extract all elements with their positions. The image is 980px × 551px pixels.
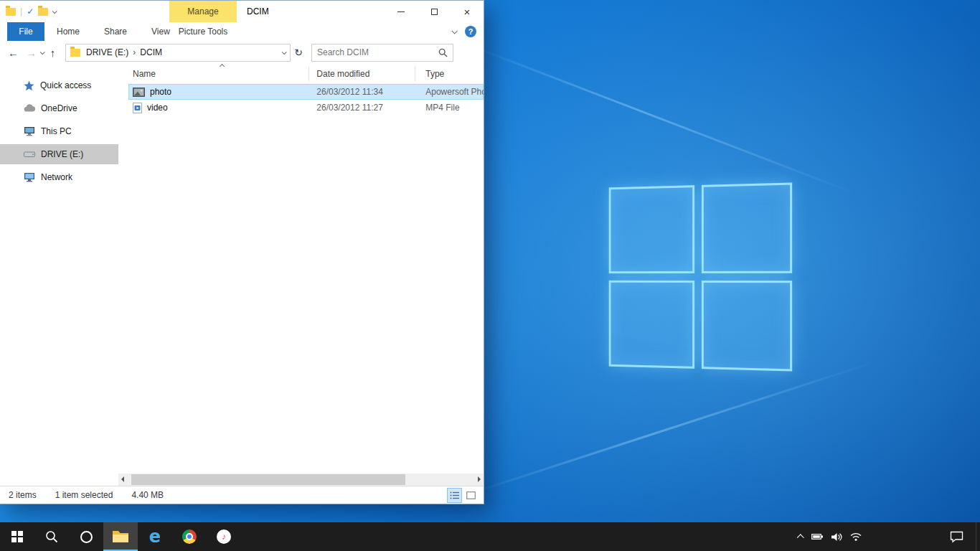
column-header-name[interactable]: Name	[128, 67, 309, 81]
scroll-right-arrow-icon[interactable]	[478, 476, 481, 482]
details-view-icon	[450, 491, 459, 499]
file-name: photo	[150, 87, 171, 97]
sidebar-item-onedrive[interactable]: OneDrive	[0, 98, 118, 118]
new-folder-icon[interactable]	[38, 8, 48, 16]
ribbon-tab-bar: File Home Share View Picture Tools ?	[0, 22, 484, 41]
close-button[interactable]: ×	[451, 1, 484, 22]
sidebar-item-this-pc[interactable]: This PC	[0, 121, 118, 141]
expand-ribbon-chevron-icon[interactable]	[451, 28, 457, 34]
chevron-up-icon	[797, 534, 804, 541]
taskbar-edge-button[interactable]: e	[138, 522, 172, 551]
horizontal-scrollbar[interactable]	[118, 474, 484, 486]
file-row-video[interactable]: video 26/03/2012 11:27 MP4 File	[128, 100, 484, 116]
taskbar-file-explorer-button[interactable]	[103, 522, 138, 551]
scroll-left-arrow-icon[interactable]	[121, 476, 124, 482]
item-count: 2 items	[9, 490, 37, 500]
file-list-pane: Name Date modified Type p	[118, 64, 484, 486]
column-headers: Name Date modified Type	[128, 64, 484, 84]
file-date: 26/03/2012 11:34	[309, 87, 415, 97]
navigation-toolbar: ← → ↑ DRIVE (E:) › DCIM ↻	[0, 41, 484, 64]
file-explorer-window: | ✓ Manage DCIM × File Home Share View P…	[0, 0, 484, 504]
taskbar-itunes-button[interactable]: ♪	[207, 522, 241, 551]
breadcrumb-current[interactable]: DCIM	[138, 47, 164, 57]
sidebar-item-label: This PC	[41, 126, 72, 136]
properties-check-icon[interactable]: ✓	[27, 7, 34, 16]
selection-size: 4.40 MB	[131, 490, 164, 500]
search-input[interactable]	[317, 47, 438, 57]
monitor-icon	[24, 126, 35, 136]
windows-logo-pane	[702, 281, 792, 372]
windows-logo	[609, 182, 792, 371]
action-center-button[interactable]	[950, 531, 963, 543]
selection-count: 1 item selected	[55, 490, 113, 500]
search-icon	[438, 48, 448, 57]
windows-logo-pane	[609, 185, 694, 273]
taskbar: e ♪	[0, 522, 980, 551]
column-header-date-modified[interactable]: Date modified	[309, 67, 415, 81]
edge-icon: e	[149, 528, 161, 545]
maximize-button[interactable]	[418, 1, 451, 22]
drive-icon	[24, 150, 35, 159]
cortana-icon	[80, 531, 93, 543]
cloud-icon	[24, 104, 35, 113]
close-icon: ×	[464, 6, 471, 17]
navigation-pane: Quick access OneDrive This PC	[0, 64, 118, 486]
column-header-type[interactable]: Type	[415, 67, 484, 81]
file-name: video	[147, 103, 168, 113]
taskbar-chrome-button[interactable]	[172, 522, 207, 551]
manage-contextual-group[interactable]: Manage	[169, 1, 237, 22]
address-dropdown-chevron-icon[interactable]	[282, 50, 287, 55]
sidebar-item-quick-access[interactable]: Quick access	[0, 75, 118, 95]
tab-share[interactable]: Share	[92, 22, 139, 41]
video-file-icon	[133, 103, 142, 113]
start-button[interactable]	[0, 522, 34, 551]
large-icons-view-icon	[466, 491, 476, 499]
volume-tray-icon[interactable]	[831, 532, 842, 542]
windows-logo-pane	[702, 182, 792, 273]
battery-tray-icon[interactable]	[811, 532, 824, 541]
status-bar: 2 items 1 item selected 4.40 MB	[0, 486, 484, 504]
sidebar-item-label: Quick access	[40, 80, 91, 90]
back-button[interactable]: ←	[4, 43, 22, 62]
up-button[interactable]: ↑	[44, 43, 62, 62]
minimize-button[interactable]	[385, 1, 418, 22]
folder-icon[interactable]	[6, 8, 16, 16]
sidebar-item-drive-e[interactable]: DRIVE (E:)	[0, 144, 118, 164]
action-center-icon	[950, 531, 963, 543]
search-box[interactable]	[311, 44, 453, 62]
file-row-photo[interactable]: photo 26/03/2012 11:34 Apowersoft Pho	[128, 84, 484, 100]
network-tray-icon[interactable]	[850, 532, 862, 541]
quick-access-toolbar: | ✓	[0, 6, 56, 17]
windows-start-icon	[11, 531, 23, 542]
forward-button[interactable]: →	[22, 43, 40, 62]
file-type: Apowersoft Pho	[415, 87, 484, 97]
file-rows: photo 26/03/2012 11:34 Apowersoft Pho	[128, 84, 484, 116]
sidebar-item-label: DRIVE (E:)	[41, 149, 83, 159]
sidebar-item-network[interactable]: Network	[0, 167, 118, 187]
sidebar-item-label: Network	[41, 172, 72, 182]
show-hidden-icons-button[interactable]	[798, 534, 804, 540]
show-desktop-button[interactable]	[976, 522, 980, 551]
qat-customize-chevron-icon[interactable]	[52, 9, 57, 14]
large-icons-view-button[interactable]	[464, 489, 478, 502]
qat-separator: |	[20, 6, 22, 17]
address-bar[interactable]: DRIVE (E:) › DCIM	[65, 44, 291, 62]
details-view-button[interactable]	[448, 489, 461, 502]
refresh-button[interactable]: ↻	[291, 43, 306, 62]
light-ray	[466, 361, 877, 496]
photo-file-icon	[133, 88, 145, 97]
tab-file[interactable]: File	[7, 22, 44, 41]
tab-home[interactable]: Home	[44, 22, 92, 41]
help-icon[interactable]: ?	[465, 26, 476, 37]
taskbar-search-button[interactable]	[34, 522, 69, 551]
folder-icon	[70, 49, 80, 57]
tab-picture-tools[interactable]: Picture Tools	[169, 22, 237, 41]
breadcrumb-drive[interactable]: DRIVE (E:)	[85, 47, 130, 57]
maximize-icon	[431, 9, 438, 15]
window-title: DCIM	[247, 1, 269, 22]
scrollbar-thumb[interactable]	[131, 474, 405, 485]
cortana-button[interactable]	[69, 522, 103, 551]
breadcrumb-separator: ›	[130, 47, 138, 57]
sidebar-item-label: OneDrive	[41, 103, 77, 113]
file-type: MP4 File	[415, 103, 484, 113]
